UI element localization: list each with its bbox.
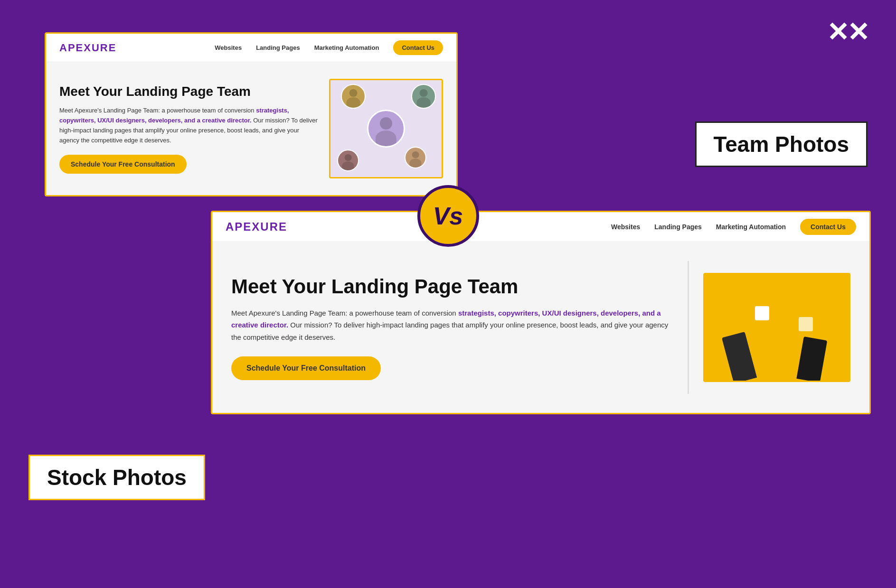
bottom-nav-landing-pages[interactable]: Landing Pages [654, 223, 702, 231]
bottom-hero-heading: Meet Your Landing Page Team [231, 275, 673, 299]
avatar-top-left [341, 84, 366, 109]
top-hero-body-plain: Meet Apexure's Landing Page Team: a powe… [59, 107, 256, 114]
stock-photos-label: Stock Photos [28, 455, 205, 500]
bottom-nav-cta-button[interactable]: Contact Us [800, 219, 856, 235]
bottom-hero-body-plain: Meet Apexure's Landing Page Team: a powe… [231, 309, 458, 317]
bottom-cta-button[interactable]: Schedule Your Free Consultation [231, 356, 381, 380]
avatar-main [367, 110, 405, 148]
top-nav-marketing-automation[interactable]: Marketing Automation [314, 44, 379, 51]
bottom-logo: APEXURE [226, 220, 287, 233]
avatar-bottom-left [337, 149, 359, 171]
vs-label: Vs [433, 202, 463, 230]
top-cta-button[interactable]: Schedule Your Free Consultation [59, 155, 187, 174]
avatar-bottom-right [405, 147, 426, 168]
hand-right-shape [797, 336, 828, 382]
top-team-photos [329, 79, 443, 178]
bottom-hero-text: Meet Your Landing Page Team Meet Apexure… [231, 275, 673, 381]
puzzle-piece-1 [755, 306, 769, 320]
bottom-nav-marketing-automation[interactable]: Marketing Automation [716, 223, 786, 231]
team-photos-label: Team Photos [695, 121, 868, 167]
avatar-top-right [411, 84, 436, 109]
top-nav: APEXURE Websites Landing Pages Marketing… [46, 34, 456, 62]
top-hero-body: Meet Apexure's Landing Page Team: a powe… [59, 106, 320, 145]
top-hero-divider [45, 34, 46, 195]
bottom-card: APEXURE Websites Landing Pages Marketing… [211, 211, 871, 414]
bottom-nav-websites[interactable]: Websites [611, 223, 640, 231]
top-nav-cta-button[interactable]: Contact Us [393, 40, 443, 55]
top-logo: APEXURE [59, 42, 116, 54]
stock-photo-image [703, 273, 850, 382]
top-hero-heading: Meet Your Landing Page Team [59, 84, 320, 100]
bottom-hero: Meet Your Landing Page Team Meet Apexure… [212, 242, 869, 413]
close-icon[interactable]: ✕✕ [827, 19, 868, 46]
bottom-hero-body-end: Our mission? To deliver high-impact land… [231, 321, 668, 341]
top-nav-landing-pages[interactable]: Landing Pages [256, 44, 300, 51]
puzzle-piece-2 [799, 317, 813, 331]
top-nav-websites[interactable]: Websites [215, 44, 242, 51]
top-card: APEXURE Websites Landing Pages Marketing… [45, 32, 458, 196]
bottom-hero-body: Meet Apexure's Landing Page Team: a powe… [231, 307, 673, 344]
top-hero: Meet Your Landing Page Team Meet Apexure… [46, 62, 456, 195]
vs-badge: Vs [417, 185, 479, 247]
bottom-hero-divider [688, 261, 689, 394]
stock-photo-bg [705, 274, 849, 381]
top-hero-text: Meet Your Landing Page Team Meet Apexure… [59, 84, 320, 174]
bottom-nav: APEXURE Websites Landing Pages Marketing… [212, 212, 869, 242]
hand-left-shape [722, 332, 757, 382]
